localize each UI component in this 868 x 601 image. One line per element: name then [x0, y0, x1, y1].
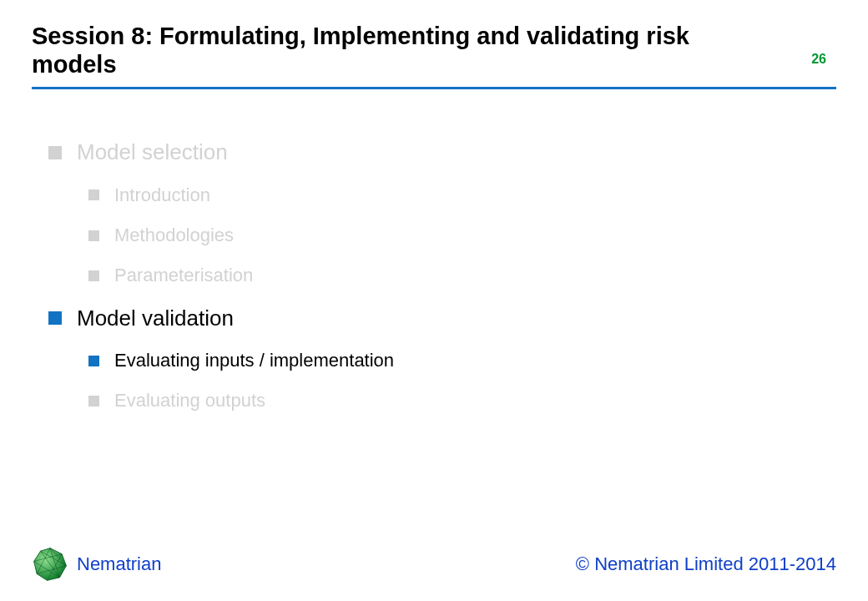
outline-item: Parameterisation — [88, 265, 868, 286]
square-bullet-icon — [88, 396, 99, 407]
square-bullet-icon — [88, 230, 99, 241]
copyright-text: © Nematrian Limited 2011-2014 — [576, 553, 836, 575]
footer-left: Nematrian — [32, 546, 161, 583]
outline-label: Evaluating outputs — [114, 390, 265, 412]
outline-label: Model validation — [77, 306, 234, 331]
page-number: 26 — [811, 52, 826, 67]
outline-label: Model selection — [77, 139, 228, 165]
outline-label: Introduction — [114, 184, 210, 206]
slide-body: Model selection Introduction Methodologi… — [0, 89, 868, 412]
outline-item: Model validation — [48, 306, 868, 331]
outline-item: Model selection — [48, 139, 868, 165]
outline-item: Introduction — [88, 184, 868, 206]
square-bullet-icon — [48, 311, 62, 325]
slide-header: Session 8: Formulating, Implementing and… — [0, 0, 868, 78]
outline-item: Evaluating outputs — [88, 390, 868, 412]
outline-item: Evaluating inputs / implementation — [88, 350, 868, 371]
outline-label: Evaluating inputs / implementation — [114, 350, 394, 371]
logo-icon — [32, 546, 68, 583]
square-bullet-icon — [48, 146, 62, 159]
outline-item: Methodologies — [88, 225, 868, 246]
outline-label: Methodologies — [114, 225, 234, 246]
square-bullet-icon — [88, 189, 99, 200]
square-bullet-icon — [88, 356, 99, 366]
brand-name: Nematrian — [77, 553, 161, 575]
square-bullet-icon — [88, 270, 99, 281]
slide: Session 8: Formulating, Implementing and… — [0, 0, 868, 601]
slide-footer: Nematrian © Nematrian Limited 2011-2014 — [32, 546, 836, 583]
outline-label: Parameterisation — [114, 265, 253, 286]
slide-title: Session 8: Formulating, Implementing and… — [32, 22, 749, 78]
